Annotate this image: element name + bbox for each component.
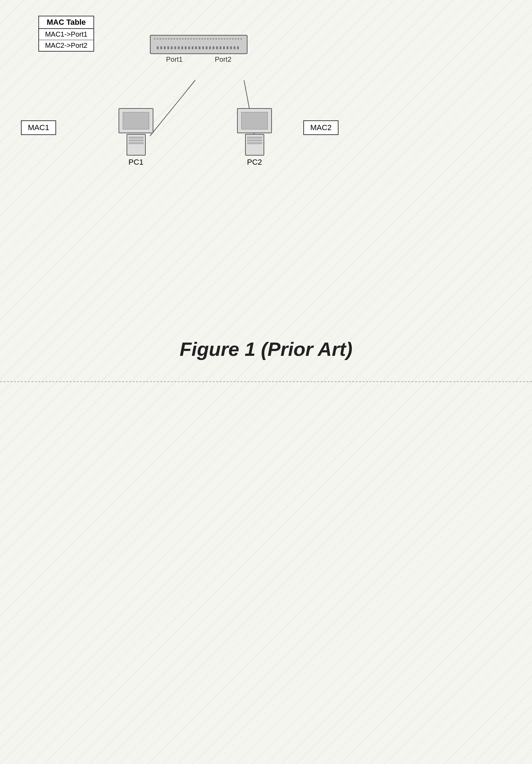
figure1-pc1-drive3 <box>129 142 144 144</box>
figure1-pc2-base <box>245 134 264 156</box>
figure1-mac-table-row-1: MAC1->Port1 <box>39 29 93 40</box>
figure1-switch-body <box>150 35 248 54</box>
page: MAC Table MAC1->Port1 MAC2->Port2 Port1 … <box>0 0 532 764</box>
figure1-port1-label: Port1 <box>166 55 183 63</box>
figure1-pc1-screen <box>123 112 149 129</box>
figure1-pc2-drive3 <box>247 142 262 144</box>
figure1-connections <box>0 0 532 382</box>
figure1-mac-table: MAC Table MAC1->Port1 MAC2->Port2 <box>38 16 94 52</box>
figure1-port2-label: Port2 <box>215 55 231 63</box>
figure1-pc1-label: PC1 <box>129 158 144 167</box>
figure1-pc2-drive2 <box>247 140 262 141</box>
figure1-pc1-drive1 <box>129 137 144 138</box>
figure1-pc1-tower <box>127 134 146 156</box>
figure1-pc2-tower <box>245 134 264 156</box>
figure1-pc2: PC2 <box>237 108 272 167</box>
figure1-mac1-label: MAC1 <box>21 120 56 135</box>
figure1-mac2-label: MAC2 <box>303 120 339 135</box>
figure1-pc2-monitor <box>237 108 272 133</box>
figure1-caption: Figure 1 (Prior Art) <box>0 338 532 360</box>
figure1-switch-ports: Port1 Port2 <box>166 55 231 63</box>
figure1-pc1: PC1 <box>119 108 153 167</box>
figure1-pc1-base <box>127 134 146 156</box>
figure1-pc2-label: PC2 <box>247 158 262 167</box>
svg-line-0 <box>150 80 195 136</box>
figure1-pc2-drive1 <box>247 137 262 138</box>
figure-1-section: MAC Table MAC1->Port1 MAC2->Port2 Port1 … <box>0 0 532 382</box>
figure1-pc2-screen <box>241 112 268 129</box>
figure1-switch: Port1 Port2 <box>150 35 248 63</box>
figure1-mac-table-row-2: MAC2->Port2 <box>39 40 93 51</box>
figure1-pc1-monitor <box>119 108 153 133</box>
figure1-pc1-drive2 <box>129 140 144 141</box>
figure1-mac-table-header: MAC Table <box>39 16 93 29</box>
